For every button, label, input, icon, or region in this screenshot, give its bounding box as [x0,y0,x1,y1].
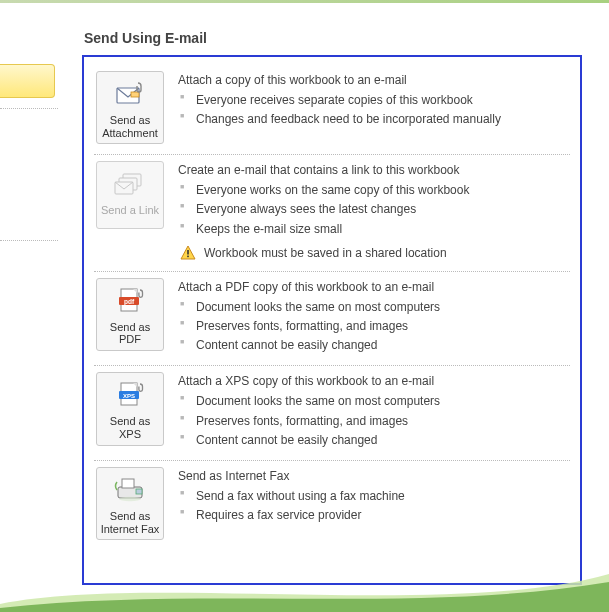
button-label: Send as Internet Fax [99,510,161,535]
envelope-clip-icon [114,78,146,110]
option-bullet: Preserves fonts, formatting, and images [178,317,568,336]
option-bullet: Send a fax without using a fax machine [178,487,568,506]
button-label: Send as Attachment [99,114,161,139]
window-top-accent [0,0,609,3]
svg-rect-6 [187,250,189,255]
option-bullet: Changes and feedback need to be incorpor… [178,110,568,129]
send-as-attachment-button[interactable]: Send as Attachment [96,71,164,144]
option-send-a-link: Send a Link Create an e-mail that contai… [94,155,570,272]
option-title: Attach a PDF copy of this workbook to an… [178,280,568,294]
svg-rect-1 [131,92,139,97]
option-bullet: Preserves fonts, formatting, and images [178,412,568,431]
option-bullet: Requires a fax service provider [178,506,568,525]
option-title: Attach a copy of this workbook to an e-m… [178,73,568,87]
option-send-as-xps: XPS Send as XPS Attach a XPS copy of thi… [94,366,570,461]
option-bullet: Everyone works on the same copy of this … [178,181,568,200]
button-label: Send a Link [101,204,159,217]
active-category-tab[interactable] [0,64,55,98]
send-as-xps-button[interactable]: XPS Send as XPS [96,372,164,445]
warning-icon [180,245,196,261]
option-send-as-attachment: Send as Attachment Attach a copy of this… [94,65,570,155]
left-divider [0,240,58,241]
send-a-link-button: Send a Link [96,161,164,229]
option-bullet: Document looks the same on most computer… [178,298,568,317]
option-title: Attach a XPS copy of this workbook to an… [178,374,568,388]
option-bullet: Everyone receives separate copies of thi… [178,91,568,110]
svg-rect-7 [187,255,189,257]
svg-text:pdf: pdf [124,297,135,305]
option-title: Send as Internet Fax [178,469,568,483]
svg-rect-17 [122,479,134,488]
option-bullet: Content cannot be easily changed [178,431,568,450]
option-send-as-pdf: pdf Send as PDF Attach a PDF copy of thi… [94,272,570,367]
envelopes-stack-icon [113,168,147,200]
left-divider [0,108,58,109]
option-bullet: Document looks the same on most computer… [178,392,568,411]
option-bullet: Keeps the e-mail size small [178,220,568,239]
option-warning: Workbook must be saved in a shared locat… [178,245,568,261]
button-label: Send as XPS [99,415,161,440]
send-as-internet-fax-button[interactable]: Send as Internet Fax [96,467,164,540]
button-label: Send as PDF [99,321,161,346]
section-heading: Send Using E-mail [84,30,207,46]
option-bullet: Everyone always sees the latest changes [178,200,568,219]
warning-text: Workbook must be saved in a shared locat… [204,246,447,260]
option-title: Create an e-mail that contains a link to… [178,163,568,177]
pdf-clip-icon: pdf [115,285,145,317]
fax-icon [114,474,146,506]
svg-text:XPS: XPS [123,393,135,399]
xps-clip-icon: XPS [115,379,145,411]
svg-point-19 [119,497,141,501]
send-as-pdf-button[interactable]: pdf Send as PDF [96,278,164,351]
send-email-panel: Send as Attachment Attach a copy of this… [82,55,582,585]
option-send-as-internet-fax: Send as Internet Fax Send as Internet Fa… [94,461,570,550]
svg-rect-18 [136,489,142,494]
option-bullet: Content cannot be easily changed [178,336,568,355]
